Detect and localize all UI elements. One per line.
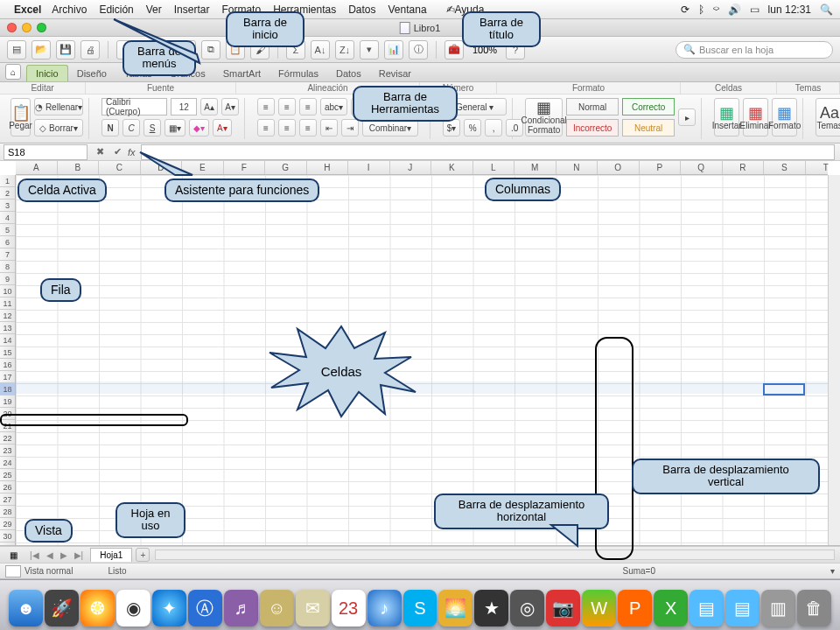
col-F[interactable]: F <box>224 161 266 174</box>
currency-button[interactable]: $▾ <box>443 119 460 136</box>
italic-button[interactable]: C <box>122 119 140 136</box>
word-icon[interactable]: W <box>582 590 616 626</box>
search-input[interactable]: 🔍Buscar en la hoja <box>676 41 833 59</box>
percent-button[interactable]: % <box>464 119 481 136</box>
themes-button[interactable]: AaTemas <box>816 98 840 136</box>
col-D[interactable]: D <box>141 161 183 174</box>
menu-ver[interactable]: Ver <box>146 4 162 16</box>
row-7[interactable]: 7 <box>0 248 15 261</box>
skype-icon[interactable]: S <box>403 590 438 626</box>
row-2[interactable]: 2 <box>0 187 15 200</box>
tab-formulas[interactable]: Fórmulas <box>270 66 327 81</box>
battery-icon[interactable]: ▭ <box>750 4 760 16</box>
comma-button[interactable]: , <box>485 119 502 136</box>
font-select[interactable]: Calibri (Cuerpo) <box>102 98 167 116</box>
align-left-button[interactable]: ≡ <box>257 119 275 136</box>
delete-cells-button[interactable]: ▦Eliminar <box>743 98 768 136</box>
col-E[interactable]: E <box>182 161 224 174</box>
row-5[interactable]: 5 <box>0 224 15 236</box>
row-headers[interactable]: 1234567891011121314151617181920212223242… <box>0 175 16 545</box>
tab-revisar[interactable]: Revisar <box>370 66 420 81</box>
bluetooth-icon[interactable]: ᛒ <box>698 4 704 16</box>
horizontal-scrollbar[interactable] <box>155 550 835 560</box>
docx-icon[interactable]: ▤ <box>690 590 724 626</box>
col-I[interactable]: I <box>348 161 390 174</box>
launchpad-icon[interactable]: 🚀 <box>45 590 79 626</box>
col-S[interactable]: S <box>764 161 806 174</box>
new-doc-button[interactable]: ▤ <box>7 40 26 60</box>
col-H[interactable]: H <box>307 161 349 174</box>
column-headers[interactable]: ABCDEFGHIJKLMNOPQRST <box>16 161 828 175</box>
volume-icon[interactable]: 🔊 <box>728 4 741 16</box>
align-right-button[interactable]: ≡ <box>299 119 317 136</box>
align-top-button[interactable]: ≡ <box>257 98 275 116</box>
align-bot-button[interactable]: ≡ <box>299 98 317 116</box>
col-M[interactable]: M <box>514 161 556 174</box>
show-formulas-button[interactable]: ⓘ <box>409 40 428 60</box>
name-box[interactable]: S18 <box>4 144 88 160</box>
open-button[interactable]: 📂 <box>32 40 51 60</box>
enter-fx-button[interactable]: ✔ <box>108 144 126 160</box>
imovie-icon[interactable]: ★ <box>474 590 508 626</box>
row-3[interactable]: 3 <box>0 200 15 212</box>
col-C[interactable]: C <box>99 161 141 174</box>
aperture-icon[interactable]: ◎ <box>510 590 544 626</box>
row-15[interactable]: 15 <box>0 346 15 359</box>
row-26[interactable]: 26 <box>0 481 15 494</box>
indent-dec-button[interactable]: ⇤ <box>320 119 338 136</box>
shrink-font-button[interactable]: A▾ <box>221 98 239 116</box>
col-Q[interactable]: Q <box>681 161 723 174</box>
row-25[interactable]: 25 <box>0 469 15 481</box>
spotlight-icon[interactable]: 🔍 <box>820 4 833 16</box>
underline-button[interactable]: S <box>144 119 161 136</box>
filter-button[interactable]: ▾ <box>360 40 379 60</box>
iphoto-icon[interactable]: 🌅 <box>438 590 472 626</box>
align-mid-button[interactable]: ≡ <box>278 98 296 116</box>
col-G[interactable]: G <box>265 161 307 174</box>
photobooth-icon[interactable]: 📷 <box>546 590 580 626</box>
nav-first[interactable]: |◀ <box>30 550 39 560</box>
col-L[interactable]: L <box>473 161 515 174</box>
paste-big-button[interactable]: 📋Pegar <box>10 98 31 136</box>
orientation-button[interactable]: abc▾ <box>320 98 347 116</box>
menu-archivo[interactable]: Archivo <box>52 4 87 16</box>
clock[interactable]: lun 12:31 <box>768 4 811 16</box>
menu-insertar[interactable]: Insertar <box>174 4 210 16</box>
normal-view-button[interactable] <box>5 565 21 578</box>
row-30[interactable]: 30 <box>0 530 15 542</box>
formula-bar[interactable] <box>141 144 835 160</box>
row-10[interactable]: 10 <box>0 285 15 298</box>
row-28[interactable]: 28 <box>0 506 15 518</box>
col-A[interactable]: A <box>16 161 58 174</box>
tab-inicio[interactable]: Inicio <box>26 65 68 81</box>
col-O[interactable]: O <box>598 161 640 174</box>
row-1[interactable]: 1 <box>0 175 15 187</box>
format-cells-button[interactable]: ▦Formato <box>772 98 797 136</box>
row-19[interactable]: 19 <box>0 396 15 408</box>
home-icon[interactable]: ⌂ <box>5 64 21 80</box>
style-correcto[interactable]: Correcto <box>622 98 675 116</box>
insert-cells-button[interactable]: ▦Insertar <box>714 98 739 136</box>
menu-edicion[interactable]: Edición <box>99 4 133 16</box>
row-18[interactable]: 18 <box>0 383 15 396</box>
sync-icon[interactable]: ⟳ <box>681 4 690 16</box>
row-23[interactable]: 23 <box>0 444 15 457</box>
fx-icon[interactable]: fx <box>128 147 136 158</box>
trash-icon[interactable]: 🗑 <box>797 590 831 626</box>
style-normal[interactable]: Normal <box>566 98 619 116</box>
calendar-icon[interactable]: 23 <box>332 590 366 626</box>
row-27[interactable]: 27 <box>0 494 15 506</box>
minimize-window-button[interactable] <box>22 23 32 32</box>
bold-button[interactable]: N <box>102 119 119 136</box>
grow-font-button[interactable]: A▴ <box>200 98 218 116</box>
print-button[interactable]: 🖨 <box>80 40 100 60</box>
font-color-button[interactable]: A▾ <box>213 119 232 136</box>
save-button[interactable]: 💾 <box>56 40 75 60</box>
appstore-icon[interactable]: Ⓐ <box>188 590 222 626</box>
contacts-icon[interactable]: ☺ <box>260 590 294 626</box>
menu-ventana[interactable]: Ventana <box>388 4 427 16</box>
tab-smartart[interactable]: SmartArt <box>214 66 270 81</box>
nav-next[interactable]: ▶ <box>60 550 67 560</box>
borrar-button[interactable]: ◇ Borrar ▾ <box>34 119 83 136</box>
row-17[interactable]: 17 <box>0 371 15 383</box>
